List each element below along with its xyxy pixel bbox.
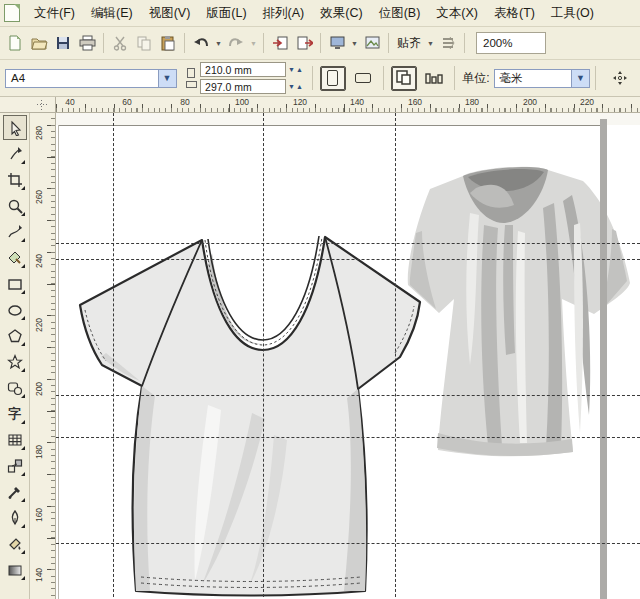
zoom-level-combobox[interactable]: 200% [476,32,546,54]
vertical-guideline[interactable] [395,113,396,599]
save-icon[interactable] [52,32,74,54]
print-icon[interactable] [76,32,98,54]
combo-dropdown-icon[interactable]: ▼ [571,70,589,87]
horizontal-guideline[interactable] [56,243,640,244]
portrait-button[interactable] [320,66,346,91]
h-ruler-label-140: 140 [350,97,364,107]
drawing-canvas[interactable] [56,113,640,599]
all-pages-layout-icon [395,69,413,87]
copy-icon[interactable] [133,32,155,54]
main-area: 字 280260240220200180160140 [0,113,640,599]
combo-dropdown-icon[interactable]: ▼ [158,70,176,87]
freehand-tool-icon[interactable] [3,219,27,244]
nudge-offset-icon [612,70,628,86]
ruler-origin-corner[interactable] [0,97,56,113]
interactive-fill-tool-icon[interactable] [3,557,27,582]
menu-item-7[interactable]: 文本(X) [428,2,486,25]
horizontal-ruler[interactable]: 406080100120140160180200220 [56,97,640,113]
horizontal-guideline[interactable] [56,259,640,260]
v-ruler-label-220: 220 [34,318,44,332]
page-size-combobox[interactable]: A4 ▼ [5,69,177,88]
vector-tshirt-drawing [80,236,420,596]
vertical-guideline[interactable] [263,113,264,599]
coreldraw-window: 文件(F)编辑(E)视图(V)版面(L)排列(A)效果(C)位图(B)文本(X)… [0,0,640,599]
v-ruler-label-200: 200 [34,382,44,396]
horizontal-guideline[interactable] [56,395,640,396]
paper-height-value: 297.0 mm [205,81,252,93]
application-launcher-icon[interactable] [326,32,348,54]
menu-item-5[interactable]: 效果(C) [312,2,370,25]
horizontal-guideline[interactable] [56,543,640,544]
height-spinner-icons[interactable]: ▼▲ [287,83,305,90]
page-sorter-button[interactable] [421,66,447,91]
snap-dropdown-icon[interactable]: ▼ [426,32,435,54]
fill-tool-icon[interactable] [3,531,27,556]
nudge-offset-button[interactable] [607,66,633,91]
menu-item-3[interactable]: 版面(L) [198,2,254,25]
vertical-ruler[interactable]: 280260240220200180160140 [30,113,56,599]
h-ruler-label-160: 160 [408,97,422,107]
options-icon[interactable] [437,32,459,54]
text-tool-glyph: 字 [8,405,21,423]
basic-shapes-tool-icon[interactable] [3,375,27,400]
v-ruler-label-140: 140 [34,568,44,582]
standard-toolbar: ▼ ▼ ▼ 贴齐 ▼ 200% [0,27,640,60]
new-icon[interactable] [4,32,26,54]
star-tool-icon[interactable] [3,349,27,374]
menu-item-1[interactable]: 编辑(E) [83,2,141,25]
rectangle-tool-icon[interactable] [3,271,27,296]
crop-tool-icon[interactable] [3,167,27,192]
h-ruler-label-180: 180 [465,97,479,107]
paper-height-field[interactable]: 297.0 mm [200,79,286,94]
import-icon[interactable] [269,32,291,54]
launcher-dropdown-icon[interactable]: ▼ [350,32,359,54]
bitmap-tshirt-image [408,167,630,457]
units-value: 毫米 [495,70,571,87]
width-spinner-icons[interactable]: ▼▲ [287,66,305,73]
undo-dropdown-icon[interactable]: ▼ [214,32,223,54]
paper-height-icon [186,81,197,88]
table-tool-icon[interactable] [3,427,27,452]
welcome-screen-icon[interactable] [361,32,383,54]
units-combobox[interactable]: 毫米 ▼ [494,69,590,88]
menu-item-6[interactable]: 位图(B) [371,2,429,25]
page-sorter-icon [425,71,443,85]
paste-icon[interactable] [157,32,179,54]
paper-width-icon [187,68,195,78]
redo-dropdown-icon[interactable]: ▼ [249,32,258,54]
menu-item-0[interactable]: 文件(F) [26,2,83,25]
ellipse-tool-icon[interactable] [3,297,27,322]
pick-tool-icon[interactable] [3,115,27,140]
eyedropper-tool-icon[interactable] [3,479,27,504]
text-tool-icon[interactable]: 字 [3,401,27,426]
menu-item-9[interactable]: 工具(O) [543,2,602,25]
polygon-tool-icon[interactable] [3,323,27,348]
cut-icon[interactable] [109,32,131,54]
horizontal-guideline[interactable] [56,437,640,438]
blend-tool-icon[interactable] [3,453,27,478]
menu-item-8[interactable]: 表格(T) [486,2,543,25]
landscape-button[interactable] [350,66,376,91]
snap-to-label[interactable]: 贴齐 [394,35,424,52]
v-ruler-label-260: 260 [34,190,44,204]
redo-icon[interactable] [225,32,247,54]
menu-item-4[interactable]: 排列(A) [255,2,313,25]
zoom-tool-icon[interactable] [3,193,27,218]
export-icon[interactable] [293,32,315,54]
smart-fill-tool-icon[interactable] [3,245,27,270]
toolbar-separator [103,33,104,53]
all-pages-layout-button[interactable] [391,66,417,91]
outline-pen-tool-icon[interactable] [3,505,27,530]
h-ruler-label-120: 120 [293,97,307,107]
paper-width-field[interactable]: 210.0 mm [200,62,286,77]
menu-bar: 文件(F)编辑(E)视图(V)版面(L)排列(A)效果(C)位图(B)文本(X)… [0,0,640,27]
units-label: 单位: [462,70,489,87]
undo-icon[interactable] [190,32,212,54]
open-icon[interactable] [28,32,50,54]
menu-item-2[interactable]: 视图(V) [141,2,199,25]
portrait-icon [327,70,338,86]
zoom-level-value: 200% [483,37,512,49]
toolbar-separator [184,33,185,53]
shape-tool-icon[interactable] [3,141,27,166]
vertical-guideline[interactable] [113,113,114,599]
